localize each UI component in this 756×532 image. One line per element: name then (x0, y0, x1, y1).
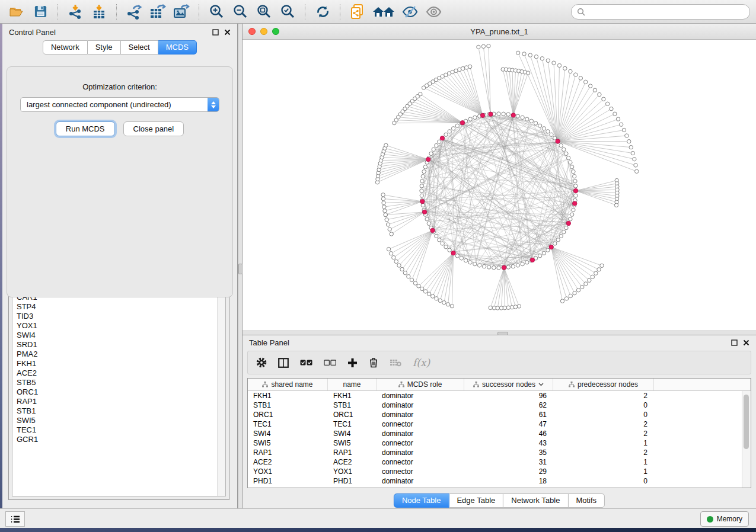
table-row[interactable]: SWI5SWI5connector431 (248, 438, 751, 448)
table-cell: 35 (464, 448, 553, 457)
hide-graphics-details-icon[interactable] (399, 3, 420, 21)
column-header-shared-name[interactable]: shared name (248, 379, 328, 390)
mcds-result-item[interactable]: PMA2 (17, 350, 217, 359)
table-settings-icon[interactable] (256, 357, 267, 368)
mcds-result-item[interactable]: STP4 (17, 302, 217, 312)
table-cell: dominator (377, 477, 464, 485)
column-header-name[interactable]: name (328, 379, 377, 390)
mcds-tab-content: Optimization criterion: largest connecte… (7, 66, 233, 297)
add-column-icon[interactable] (347, 358, 358, 368)
network-titlebar[interactable]: YPA_prune.txt_1 (243, 24, 756, 40)
tab-network[interactable]: Network (43, 40, 88, 55)
select-all-icon[interactable] (300, 360, 312, 366)
function-builder-icon[interactable]: f(x) (413, 357, 430, 368)
export-network-icon[interactable] (123, 3, 145, 21)
mcds-result-item[interactable]: TEC1 (17, 425, 217, 435)
horizontal-splitter[interactable] (243, 331, 756, 335)
table-scrollbar[interactable] (742, 391, 751, 488)
table-cell: 47 (464, 420, 553, 428)
mcds-result-item[interactable]: SWI4 (17, 331, 217, 340)
column-header-successor-nodes[interactable]: successor nodes (464, 379, 553, 390)
network-overview-icon[interactable] (371, 3, 397, 21)
memory-status-icon (707, 516, 713, 523)
node-table[interactable]: shared namenameMCDS rolesuccessor nodesp… (247, 378, 751, 488)
table-scrollbar-thumb[interactable] (744, 395, 749, 449)
float-panel-icon[interactable] (212, 29, 219, 36)
column-header-MCDS-role[interactable]: MCDS role (377, 379, 464, 390)
task-history-button[interactable] (5, 511, 25, 527)
table-cell: dominator (377, 448, 464, 457)
delete-column-icon[interactable] (369, 357, 378, 368)
mcds-result-item[interactable]: ORC1 (17, 387, 217, 397)
table-row[interactable]: ORC1ORC1dominator610 (248, 410, 751, 419)
column-header-label: successor nodes (482, 380, 535, 389)
tab-network-table[interactable]: Network Table (503, 493, 568, 508)
import-network-icon[interactable] (65, 3, 86, 21)
tab-node-table[interactable]: Node Table (394, 493, 449, 508)
search-input[interactable] (589, 7, 744, 17)
save-session-icon[interactable] (30, 3, 51, 21)
network-graph[interactable] (243, 39, 756, 331)
open-file-icon[interactable] (6, 3, 27, 21)
export-table-icon[interactable] (147, 3, 168, 21)
close-panel-button[interactable]: Close panel (123, 121, 184, 136)
table-row[interactable]: STB1STB1dominator620 (248, 400, 751, 410)
table-row[interactable]: SWI4SWI4dominator462 (248, 429, 751, 438)
network-title: YPA_prune.txt_1 (243, 27, 756, 36)
vertical-splitter[interactable] (238, 24, 243, 508)
tab-style[interactable]: Style (88, 40, 121, 55)
close-panel-icon[interactable] (224, 29, 231, 36)
mcds-result-item[interactable]: SWI5 (17, 416, 217, 425)
table-row[interactable]: TEC1TEC1connector472 (248, 419, 751, 429)
tab-edge-table[interactable]: Edge Table (449, 493, 503, 508)
mcds-result-list[interactable]: PHD1CAR1STP4TID3YOX1SWI4SRD1PMA2FKH1ACE2… (12, 281, 226, 496)
float-panel-icon[interactable] (731, 339, 738, 346)
zoom-out-icon[interactable] (229, 3, 251, 21)
zoom-in-icon[interactable] (206, 3, 227, 21)
mcds-result-item[interactable]: SRD1 (17, 340, 217, 350)
mcds-result-item[interactable]: RAP1 (17, 397, 217, 406)
mcds-result-item[interactable]: TID3 (17, 312, 217, 321)
mcds-result-item[interactable]: YOX1 (17, 321, 217, 331)
export-image-icon[interactable] (171, 3, 192, 21)
mcds-result-item[interactable]: ACE2 (17, 368, 217, 378)
mcds-result-item[interactable]: STB1 (17, 406, 217, 416)
search-field[interactable] (571, 4, 750, 20)
optimization-criterion-dropdown[interactable]: largest connected component (undirected) (20, 97, 219, 112)
table-cell: 43 (464, 439, 553, 447)
clear-table-icon[interactable] (390, 359, 401, 367)
table-cell: FKH1 (328, 392, 377, 400)
import-table-icon[interactable] (88, 3, 110, 21)
mcds-result-item[interactable]: GCR1 (17, 435, 217, 444)
table-cell: 0 (553, 477, 654, 485)
zoom-selected-icon[interactable] (277, 3, 298, 21)
tab-motifs[interactable]: Motifs (568, 493, 605, 508)
table-row[interactable]: FKH1FKH1dominator962 (248, 391, 751, 400)
column-header-predecessor-nodes[interactable]: predecessor nodes (553, 379, 654, 390)
show-graphics-details-icon[interactable] (423, 3, 444, 21)
table-cell: PHD1 (328, 477, 377, 485)
zoom-fit-icon[interactable] (253, 3, 275, 21)
tab-select[interactable]: Select (121, 40, 158, 55)
column-type-icon (569, 382, 575, 387)
table-row[interactable]: YOX1YOX1connector291 (248, 467, 751, 476)
mcds-list-scrollbar[interactable] (217, 282, 225, 496)
network-canvas[interactable] (243, 39, 756, 331)
split-panel-icon[interactable] (278, 358, 289, 368)
mcds-result-item[interactable]: STB5 (17, 378, 217, 387)
memory-button[interactable]: Memory (700, 511, 749, 527)
clone-network-icon[interactable] (347, 3, 368, 21)
close-panel-icon[interactable] (743, 339, 749, 346)
tab-mcds[interactable]: MCDS (158, 40, 197, 55)
deselect-all-icon[interactable] (324, 360, 336, 366)
refresh-view-icon[interactable] (312, 3, 333, 21)
table-cell: YOX1 (328, 467, 377, 476)
splitter-grip[interactable] (238, 264, 243, 274)
table-row[interactable]: ACE2ACE2connector311 (248, 457, 751, 467)
table-row[interactable]: PHD1PHD1dominator180 (248, 476, 751, 486)
table-row[interactable]: RAP1RAP1dominator352 (248, 448, 751, 457)
column-type-icon (473, 382, 479, 387)
toolbar-separator (305, 4, 305, 20)
run-mcds-button[interactable]: Run MCDS (56, 121, 115, 136)
mcds-result-item[interactable]: FKH1 (17, 359, 217, 368)
